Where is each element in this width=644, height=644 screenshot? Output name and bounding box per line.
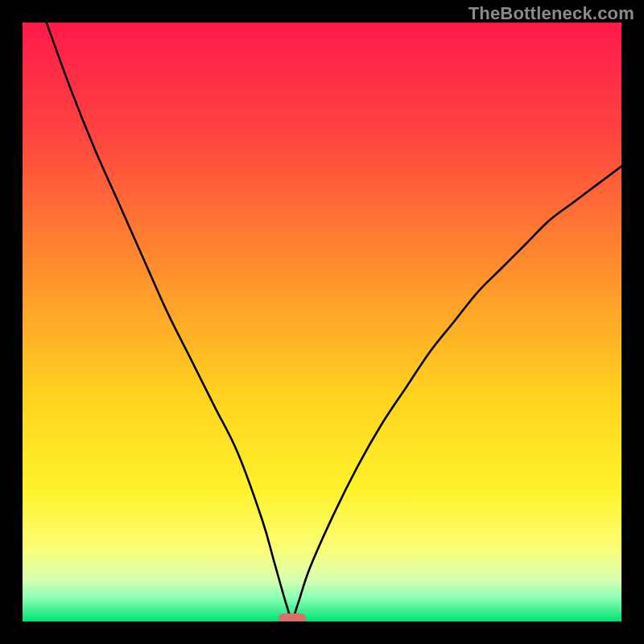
chart-frame: TheBottleneck.com: [0, 0, 644, 644]
watermark-text: TheBottleneck.com: [469, 3, 634, 24]
min-marker: [279, 613, 306, 621]
curve-layer: [23, 23, 621, 621]
plot-area: [23, 23, 621, 621]
bottleneck-curve: [47, 23, 621, 618]
